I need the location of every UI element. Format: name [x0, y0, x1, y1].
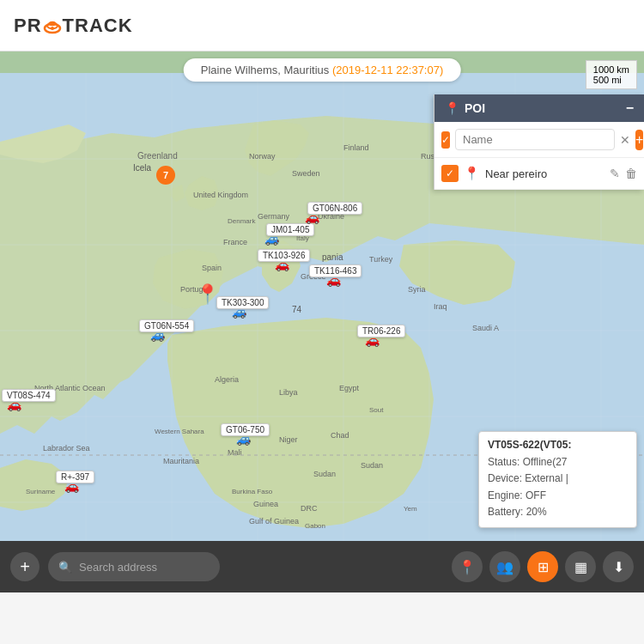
- poi-item-location-icon: 📍: [464, 166, 480, 181]
- svg-text:Chad: Chad: [331, 431, 349, 440]
- popup-engine: Engine: OFF: [488, 488, 628, 504]
- svg-text:Greenland: Greenland: [137, 151, 178, 161]
- svg-text:Denmark: Denmark: [228, 217, 256, 225]
- map-text-iceland: Icela: [133, 163, 151, 173]
- poi-add-button[interactable]: +: [635, 130, 643, 150]
- red-pin-marker: 📍: [196, 283, 219, 306]
- location-text: Plaine Wilhems, Mauritius: [201, 64, 330, 76]
- cluster-badge-7[interactable]: 7: [156, 166, 175, 185]
- poi-item-name: Near pereiro: [485, 167, 605, 180]
- popup-battery: Battery: 20%: [488, 504, 628, 520]
- popup-title: VT05S-622(VT05:: [488, 439, 628, 451]
- logo-text-track: TRACK: [63, 15, 133, 36]
- svg-text:Sudan: Sudan: [361, 461, 383, 470]
- vehicle-icon-gt06n-554: 🚙: [150, 328, 165, 342]
- datetime-text: (2019-12-11 22:37:07): [332, 64, 443, 76]
- search-icon: 🔍: [58, 561, 72, 574]
- svg-text:Sout: Sout: [369, 406, 384, 414]
- svg-text:Sudan: Sudan: [313, 470, 336, 478]
- table-toolbar-button[interactable]: ▦: [565, 551, 596, 582]
- svg-text:France: France: [223, 238, 247, 246]
- svg-text:Suriname: Suriname: [26, 488, 56, 495]
- vehicle-popup: VT05S-622(VT05: Status: Offline(27 Devic…: [478, 431, 637, 528]
- svg-text:Yem: Yem: [404, 505, 417, 513]
- search-input[interactable]: [79, 561, 210, 574]
- svg-text:Spain: Spain: [202, 264, 222, 272]
- svg-text:Finland: Finland: [343, 143, 369, 152]
- svg-text:Libya: Libya: [279, 388, 298, 397]
- vehicle-icon-tk103-926: 🚗: [275, 258, 289, 271]
- poi-search-row: ✓ ✕ +: [434, 122, 644, 158]
- vehicle-icon-gt06n-806: 🚗: [305, 210, 319, 224]
- vehicle-icon-gt06-750: 🚙: [236, 432, 251, 446]
- scale-bar: 1000 km 500 mi: [586, 60, 637, 89]
- add-button[interactable]: +: [10, 552, 39, 581]
- svg-text:Burkina Faso: Burkina Faso: [232, 488, 273, 495]
- poi-title: 📍 POI: [445, 101, 485, 115]
- svg-text:Iraq: Iraq: [434, 302, 447, 311]
- svg-text:Gulf of Guinea: Gulf of Guinea: [249, 517, 299, 526]
- download-toolbar-button[interactable]: ⬇: [603, 551, 634, 582]
- map-text-pania: pania: [322, 252, 343, 262]
- svg-text:DRC: DRC: [301, 504, 318, 513]
- svg-text:Mauritania: Mauritania: [163, 457, 199, 465]
- scale-mi: 500 mi: [593, 75, 629, 85]
- location-toolbar-button[interactable]: 📍: [452, 551, 483, 582]
- search-bar: 🔍: [48, 552, 220, 581]
- svg-text:Guinea: Guinea: [253, 500, 278, 508]
- location-bar: Plaine Wilhems, Mauritius (2019-12-11 22…: [184, 58, 461, 82]
- svg-text:Syria: Syria: [408, 285, 426, 294]
- poi-clear-button[interactable]: ✕: [620, 133, 630, 147]
- svg-text:Germany: Germany: [258, 212, 290, 221]
- poi-item-checkbox[interactable]: ✓: [441, 165, 459, 182]
- poi-item-row: ✓ 📍 Near pereiro ✎ 🗑: [434, 158, 644, 190]
- poi-search-checkbox[interactable]: ✓: [441, 131, 450, 149]
- grid-toolbar-button[interactable]: ⊞: [527, 551, 558, 582]
- vehicle-icon-jm01-405: 🚙: [264, 232, 279, 246]
- poi-pin-icon: 📍: [445, 101, 459, 115]
- poi-header: 📍 POI −: [434, 94, 644, 122]
- svg-text:Sweden: Sweden: [292, 169, 320, 178]
- toolbar-right: 📍 👥 ⊞ ▦ ⬇: [452, 551, 634, 582]
- logo-text-pr: PR: [14, 15, 42, 36]
- poi-panel: 📍 POI − ✓ ✕ + ✓ 📍 Near pereiro ✎ 🗑: [434, 94, 644, 190]
- svg-text:Turkey: Turkey: [369, 255, 393, 264]
- svg-text:Saudi A: Saudi A: [472, 324, 499, 332]
- poi-item-delete-button[interactable]: 🗑: [625, 167, 637, 180]
- vehicle-icon-tk116-463: 🚗: [326, 273, 341, 287]
- vehicle-icon-r-397: 🚗: [64, 479, 79, 493]
- vehicle-icon-vt08s-474: 🚗: [7, 398, 21, 411]
- svg-text:Norway: Norway: [249, 152, 276, 161]
- svg-text:Egypt: Egypt: [339, 384, 360, 392]
- svg-point-3: [51, 27, 54, 30]
- logo: PR TRACK: [14, 15, 133, 37]
- group-toolbar-button[interactable]: 👥: [489, 551, 520, 582]
- logo-signal-icon: [43, 16, 62, 35]
- svg-text:Algeria: Algeria: [215, 375, 239, 384]
- poi-item-edit-button[interactable]: ✎: [610, 167, 620, 180]
- poi-search-input[interactable]: [455, 129, 615, 150]
- svg-text:Gabon: Gabon: [305, 522, 325, 530]
- svg-text:Niger: Niger: [279, 435, 298, 444]
- vehicle-icon-tk303-300: 🚙: [232, 305, 246, 319]
- map-text-74: 74: [292, 305, 301, 314]
- scale-km: 1000 km: [593, 64, 629, 75]
- svg-text:Western Sahara: Western Sahara: [155, 428, 204, 435]
- poi-minimize-button[interactable]: −: [626, 101, 634, 115]
- bottom-toolbar: + 🔍 📍 👥 ⊞ ▦ ⬇: [0, 541, 644, 592]
- vehicle-label-gt06n-554[interactable]: GT06N-554: [139, 319, 194, 332]
- map-container[interactable]: Greenland Norway Sweden Finland Russia U…: [0, 52, 644, 592]
- header: PR TRACK: [0, 0, 644, 52]
- svg-text:United Kingdom: United Kingdom: [193, 191, 248, 199]
- popup-status: Status: Offline(27: [488, 454, 628, 471]
- svg-text:Labrador Sea: Labrador Sea: [43, 444, 90, 453]
- vehicle-icon-tr06-226: 🚗: [365, 333, 380, 347]
- popup-device: Device: External |: [488, 471, 628, 487]
